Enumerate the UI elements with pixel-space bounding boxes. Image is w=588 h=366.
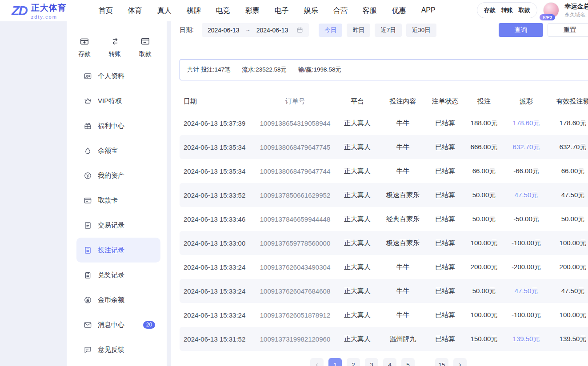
table-row: 2024-06-13 15:33:001009137659778560000正大…	[180, 231, 588, 255]
sidebar-item-label: 取款卡	[98, 196, 118, 205]
nav-item-live[interactable]: 真人	[157, 6, 172, 16]
date-from[interactable]: 2024-06-13	[208, 27, 240, 34]
nav-item-sports[interactable]: 体育	[128, 6, 142, 16]
range-last7-button[interactable]: 近7日	[375, 24, 402, 37]
nav-item-slots[interactable]: 电子	[275, 6, 289, 16]
next-page-button[interactable]: ›	[453, 358, 467, 366]
transfer-link[interactable]: 转账	[501, 6, 513, 14]
coin-icon	[84, 296, 92, 304]
cell-status: 已结算	[426, 287, 464, 295]
calendar-icon	[296, 27, 303, 33]
sidebar-item-coin-balance[interactable]: 金币余额	[76, 287, 160, 312]
page-ellipsis: ...	[420, 362, 430, 366]
reset-button[interactable]: 重置	[548, 23, 588, 37]
sidebar-item-bet-records[interactable]: 投注记录	[76, 238, 160, 263]
cell-status: 已结算	[426, 191, 464, 199]
page-button-15[interactable]: 15	[435, 358, 448, 366]
sidebar-item-vip[interactable]: VIP特权	[76, 88, 160, 113]
nav-item-lottery[interactable]: 彩票	[245, 6, 260, 16]
brand-domain: zdty.com	[31, 14, 67, 20]
topbar: ZD 正大体育 zdty.com 首页体育真人棋牌电竞彩票电子娱乐合营客服优惠A…	[0, 0, 588, 21]
avatar[interactable]: VIP3	[543, 2, 559, 18]
range-today-button[interactable]: 今日	[319, 24, 342, 37]
sidebar-item-messages[interactable]: 消息中心20	[76, 312, 160, 337]
sidebar-item-feedback[interactable]: 意见反馈	[76, 337, 160, 362]
cell-bet: 200.00元	[464, 263, 504, 271]
quick-withdraw[interactable]: 取款	[139, 36, 152, 58]
page-button-3[interactable]: 3	[365, 358, 378, 366]
cell-bet: 666.00元	[464, 143, 504, 151]
cell-order: 1009138654319058944	[255, 119, 335, 127]
date-filter-label: 日期:	[180, 26, 194, 34]
cell-date: 2024-06-13 15:33:24	[180, 263, 255, 271]
cell-content: 牛牛	[380, 143, 426, 151]
topbar-right: 存款转账取款 VIP3 幸运金总 永久域名: z	[477, 2, 588, 18]
sidebar-item-label: 福利中心	[98, 122, 124, 130]
cell-valid: 139.50元	[548, 335, 588, 343]
range-last30-button[interactable]: 近30日	[406, 24, 436, 37]
nav-item-support[interactable]: 客服	[363, 6, 377, 16]
cell-date: 2024-06-13 15:33:24	[180, 287, 255, 295]
user-meta: 幸运金总 永久域名: z	[565, 3, 588, 18]
cell-bet: 50.00元	[464, 287, 504, 295]
sidebar-item-assets[interactable]: 我的资产	[76, 163, 160, 188]
page-button-1[interactable]: 1	[328, 358, 342, 366]
withdraw-link[interactable]: 取款	[519, 6, 530, 14]
nav-item-app[interactable]: APP	[421, 6, 436, 16]
pagination: ‹12345...15›	[180, 358, 588, 366]
query-button[interactable]: 查询	[499, 23, 543, 37]
page-button-2[interactable]: 2	[347, 358, 360, 366]
sidebar-item-welfare[interactable]: 福利中心	[76, 113, 160, 138]
nav-item-promotions[interactable]: 优惠	[392, 6, 406, 16]
sidebar-item-transactions[interactable]: 交易记录	[76, 213, 160, 238]
date-range-picker[interactable]: 2024-06-13 ~ 2024-06-13	[202, 23, 309, 37]
quick-range-group: 今日昨日近7日近30日	[319, 24, 441, 37]
cell-valid: 47.50元	[548, 191, 588, 199]
range-yesterday-button[interactable]: 昨日	[347, 24, 370, 37]
sidebar-item-profile[interactable]: 个人资料	[76, 64, 160, 88]
sidebar-item-redeem-records[interactable]: 兑奖记录	[76, 263, 160, 287]
sidebar-item-label: 兑奖记录	[98, 271, 124, 279]
sidebar-item-label: 金币余额	[98, 296, 124, 304]
cell-content: 极速百家乐	[380, 239, 426, 247]
nav-item-home[interactable]: 首页	[99, 6, 113, 16]
cell-payout: -100.00元	[504, 239, 548, 247]
sidebar: 存款转账取款 个人资料VIP特权福利中心余额宝我的资产取款卡交易记录投注记录兑奖…	[67, 21, 167, 366]
cell-valid: 100.00元	[548, 311, 588, 319]
cell-bet: 50.00元	[464, 215, 504, 223]
cell-platform: 正大真人	[335, 215, 380, 223]
cell-content: 经典百家乐	[380, 215, 426, 223]
sidebar-item-yuebao[interactable]: 余额宝	[76, 138, 160, 163]
date-to[interactable]: 2024-06-13	[256, 27, 288, 34]
page-button-4[interactable]: 4	[383, 358, 396, 366]
cell-bet: 188.00元	[464, 119, 504, 127]
cell-status: 已结算	[426, 335, 464, 343]
cell-platform: 正大真人	[335, 335, 380, 343]
calendar-icon[interactable]	[296, 27, 303, 33]
transfer-icon	[110, 36, 120, 46]
page-button-5[interactable]: 5	[401, 358, 415, 366]
brand-logo[interactable]: ZD 正大体育 zdty.com	[12, 2, 67, 20]
vip-badge: VIP3	[540, 14, 556, 20]
deposit-link[interactable]: 存款	[484, 6, 496, 14]
cell-date: 2024-06-13 15:37:39	[180, 119, 255, 127]
nav-item-esports[interactable]: 电竞	[216, 6, 230, 16]
nav-item-partnership[interactable]: 合营	[333, 6, 348, 16]
sidebar-item-withdraw-card[interactable]: 取款卡	[76, 188, 160, 213]
nav-item-board-games[interactable]: 棋牌	[187, 6, 201, 16]
nav-item-entertainment[interactable]: 娱乐	[304, 6, 318, 16]
cell-valid: 178.60元	[548, 119, 588, 127]
cell-platform: 正大真人	[335, 119, 380, 127]
cell-valid: 100.00元	[548, 239, 588, 247]
column-header-status: 注单状态	[426, 97, 464, 106]
sidebar-item-label: 余额宝	[98, 147, 118, 155]
cell-status: 已结算	[426, 167, 464, 175]
quick-transfer[interactable]: 转账	[109, 36, 121, 58]
cell-platform: 正大真人	[335, 239, 380, 247]
assets-icon	[84, 171, 92, 180]
cell-bet: 50.00元	[464, 191, 504, 199]
cell-date: 2024-06-13 15:33:24	[180, 311, 255, 319]
quick-deposit[interactable]: 存款	[78, 36, 91, 58]
table-row: 2024-06-13 15:33:461009137846659944448正大…	[180, 207, 588, 231]
prev-page-button[interactable]: ‹	[310, 358, 324, 366]
